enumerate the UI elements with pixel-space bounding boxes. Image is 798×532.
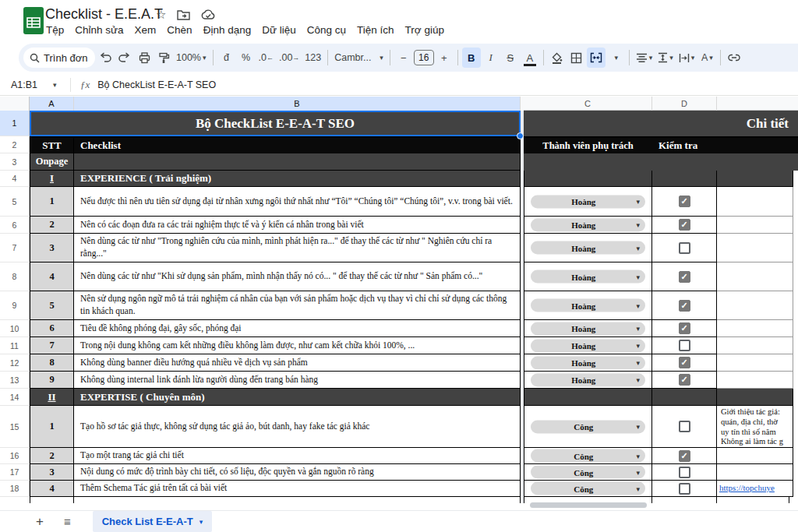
bold-button[interactable]: B xyxy=(462,48,481,68)
insert-link-button[interactable] xyxy=(725,48,743,68)
row-header-13[interactable]: 13 xyxy=(0,372,30,389)
cloud-status-icon[interactable] xyxy=(201,9,216,20)
paint-format-button[interactable] xyxy=(154,48,173,68)
member-dropdown-9[interactable]: Hoàng▾ xyxy=(531,299,645,312)
search-menus-button[interactable]: Trình đơn xyxy=(23,48,95,68)
member-dropdown-18[interactable]: Công▾ xyxy=(531,482,645,495)
checklist-cell-7[interactable]: Nên dùng các từ như "Trong nghiên cứu củ… xyxy=(74,234,521,262)
member-cell-5[interactable]: Hoàng▾ xyxy=(524,187,652,217)
stt-cell-8[interactable]: 4 xyxy=(30,262,74,291)
all-sheets-button[interactable]: ≡ xyxy=(64,515,71,528)
stt-cell-9[interactable]: 5 xyxy=(30,291,74,320)
check-cell-9[interactable]: ✓ xyxy=(652,291,717,320)
select-all-corner[interactable] xyxy=(0,97,30,111)
checkbox-5-checked[interactable]: ✓ xyxy=(679,196,690,207)
row-header-3[interactable]: 3 xyxy=(0,153,30,171)
italic-button[interactable]: I xyxy=(482,48,500,68)
check-cell-15[interactable] xyxy=(652,406,717,448)
move-folder-icon[interactable] xyxy=(177,9,190,20)
member-dropdown-15[interactable]: Công▾ xyxy=(531,420,645,433)
row-header-4[interactable]: 4 xyxy=(0,171,30,187)
checkbox-6-checked[interactable]: ✓ xyxy=(679,219,690,231)
row-header-6[interactable]: 6 xyxy=(0,217,30,234)
row-header-2[interactable]: 2 xyxy=(0,136,30,153)
detail-header-cell[interactable]: Chi tiết xyxy=(524,111,798,136)
detail-cell-5[interactable] xyxy=(717,187,793,217)
column-header-B[interactable]: B xyxy=(74,97,521,111)
member-cell-13[interactable]: Hoàng▾ xyxy=(524,372,652,389)
member-cell-10[interactable]: Hoàng▾ xyxy=(524,320,652,337)
add-sheet-button[interactable]: + xyxy=(36,514,44,530)
row-header-8[interactable]: 8 xyxy=(0,262,30,291)
formula-content[interactable]: Bộ CheckList E-E-A-T SEO xyxy=(97,79,216,90)
check-cell-12[interactable]: ✓ xyxy=(652,354,717,372)
checklist-cell-10[interactable]: Tiêu đề không phóng đại, gây sốc, phóng … xyxy=(74,320,521,337)
checklist-cell-9[interactable]: Nên sử dụng ngôn ngữ mô tả trải nghiệm c… xyxy=(74,291,521,320)
section-stt-cell-14[interactable]: II xyxy=(30,389,74,406)
name-box[interactable]: A1:B1 ▾ xyxy=(0,79,65,90)
member-cell-17[interactable]: Công▾ xyxy=(524,464,652,481)
title-cell-A1B1[interactable]: Bộ CheckList E-E-A-T SEO xyxy=(30,111,521,136)
checklist-cell-8[interactable]: Nên dùng các từ như "Khi sử dụng sản phẩ… xyxy=(74,262,521,291)
stt-cell-18[interactable]: 4 xyxy=(30,481,74,497)
checkbox-15-unchecked[interactable] xyxy=(679,421,690,432)
borders-button[interactable] xyxy=(567,48,586,68)
checklist-cell-16[interactable]: Tạo một trang tác giả chi tiết xyxy=(74,448,521,464)
font-select[interactable]: Cambr... ▾ xyxy=(332,48,386,68)
check-cell-8[interactable]: ✓ xyxy=(652,262,717,291)
member-cell-11[interactable]: Hoàng▾ xyxy=(524,337,652,354)
column-header-C[interactable]: C xyxy=(524,97,652,111)
check-cell-6[interactable]: ✓ xyxy=(652,217,717,234)
stt-cell-17[interactable]: 3 xyxy=(30,464,74,481)
checklist-cell-15[interactable]: Tạo hồ sơ tác giả thực, không sử dụng tá… xyxy=(74,406,521,448)
currency-format-button[interactable]: đ xyxy=(217,48,236,68)
menu-item-4[interactable]: Định dạng xyxy=(198,23,257,37)
member-cell-18[interactable]: Công▾ xyxy=(524,481,652,497)
member-dropdown-11[interactable]: Hoàng▾ xyxy=(531,339,645,352)
increase-decimal-button[interactable]: .00→ xyxy=(277,48,302,68)
check-cell-7[interactable] xyxy=(652,234,717,262)
column-header-D[interactable]: D xyxy=(652,97,717,111)
check-cell-13[interactable]: ✓ xyxy=(652,372,717,389)
checkbox-8-checked[interactable]: ✓ xyxy=(679,271,690,283)
stt-cell-5[interactable]: 1 xyxy=(30,187,74,217)
row-header-14[interactable]: 14 xyxy=(0,389,30,406)
menu-item-0[interactable]: Tệp xyxy=(41,23,69,37)
detail-cell-8[interactable] xyxy=(717,262,793,291)
menu-item-2[interactable]: Xem xyxy=(129,23,162,37)
checklist-cell-17[interactable]: Nội dung có mức độ trình bày chi tiết, c… xyxy=(74,464,521,481)
stt-cell-13[interactable]: 9 xyxy=(30,372,74,389)
member-dropdown-17[interactable]: Công▾ xyxy=(531,466,645,479)
detail-cell-10[interactable] xyxy=(717,320,793,337)
row-header-1[interactable]: 1 xyxy=(0,111,30,136)
member-dropdown-8[interactable]: Hoàng▾ xyxy=(531,270,645,284)
stt-cell-7[interactable]: 3 xyxy=(30,234,74,262)
column-header-A[interactable]: A xyxy=(30,97,74,111)
checklist-cell-18[interactable]: Thêm Schema Tác giả trên tất cả bài viết xyxy=(74,481,521,497)
detail-cell-7[interactable] xyxy=(717,234,793,262)
stt-cell-10[interactable]: 6 xyxy=(30,320,74,337)
selection-fill-handle[interactable] xyxy=(517,132,524,139)
detail-cell-16[interactable] xyxy=(717,448,793,464)
decrease-font-size-button[interactable]: − xyxy=(394,48,413,68)
menu-item-6[interactable]: Công cụ xyxy=(302,23,351,37)
row-header-7[interactable]: 7 xyxy=(0,234,30,262)
row-header-15[interactable]: 15 xyxy=(0,406,30,448)
section-cell-d-4[interactable] xyxy=(652,171,717,187)
check-cell-17[interactable] xyxy=(652,464,717,481)
stt-cell-6[interactable]: 2 xyxy=(30,217,74,234)
detail-cell-12[interactable] xyxy=(717,354,793,372)
detail-cell-6[interactable] xyxy=(717,217,793,234)
text-wrap-button[interactable]: ▾ xyxy=(676,48,697,68)
member-dropdown-16[interactable]: Công▾ xyxy=(531,449,645,463)
member-cell-12[interactable]: Hoàng▾ xyxy=(524,354,652,372)
header-cell-member[interactable]: Thành viên phụ trách xyxy=(524,138,652,153)
merge-cells-dropdown[interactable]: ▾ xyxy=(606,48,625,68)
header-cell-stt[interactable]: STT xyxy=(30,136,74,153)
row-header-18[interactable]: 18 xyxy=(0,481,30,497)
undo-button[interactable] xyxy=(96,48,115,68)
fill-color-button[interactable] xyxy=(548,48,567,68)
checklist-cell-11[interactable]: Trong nội dung không cam kết những điều … xyxy=(74,337,521,354)
section-title-cell-14[interactable]: EXPERTISE ( Chuyên môn) xyxy=(74,389,521,406)
checkbox-9-checked[interactable]: ✓ xyxy=(679,300,690,312)
